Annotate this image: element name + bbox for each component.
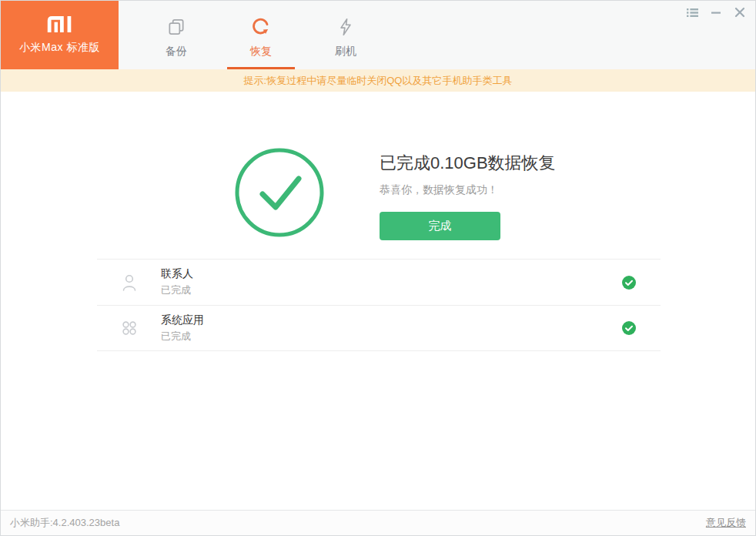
apps-grid-icon [120, 317, 139, 340]
tab-backup-label: 备份 [166, 45, 187, 59]
tab-flash[interactable]: 刷机 [303, 1, 388, 69]
list-item-text: 联系人 已完成 [161, 267, 622, 297]
notice-bar: 提示:恢复过程中请尽量临时关闭QQ以及其它手机助手类工具 [1, 69, 755, 92]
result-section: 已完成0.10GB数据恢复 恭喜你，数据恢复成功！ 完成 [1, 92, 755, 259]
minimize-icon[interactable] [710, 6, 722, 18]
restore-icon [251, 17, 271, 40]
tab-backup[interactable]: 备份 [134, 1, 219, 69]
item-name: 系统应用 [161, 313, 622, 327]
flash-lightning-icon [336, 17, 356, 40]
task-list-icon[interactable] [686, 6, 698, 18]
success-check-circle-icon [235, 148, 324, 240]
result-title: 已完成0.10GB数据恢复 [380, 152, 556, 175]
feedback-link[interactable]: 意见反馈 [706, 516, 746, 530]
restored-items-list: 联系人 已完成 系统应用 已完成 [97, 259, 661, 351]
result-text-block: 已完成0.10GB数据恢复 恭喜你，数据恢复成功！ 完成 [380, 152, 556, 240]
contact-person-icon [120, 271, 139, 294]
list-item-system-apps: 系统应用 已完成 [97, 305, 661, 351]
item-status: 已完成 [161, 330, 622, 343]
mi-logo-icon [47, 16, 73, 35]
app-window: 小米Max 标准版 备份 恢复 [0, 0, 756, 536]
tab-restore-label: 恢复 [250, 45, 272, 59]
check-badge-icon [622, 321, 636, 335]
close-icon[interactable] [734, 6, 746, 18]
footer: 小米助手:4.2.403.23beta 意见反馈 [1, 510, 755, 535]
app-version: 小米助手:4.2.403.23beta [10, 516, 119, 530]
tab-flash-label: 刷机 [335, 45, 356, 59]
backup-copy-icon [166, 17, 186, 40]
done-button[interactable]: 完成 [380, 212, 500, 240]
device-name: 小米Max 标准版 [19, 41, 100, 55]
item-name: 联系人 [161, 267, 622, 281]
result-subtitle: 恭喜你，数据恢复成功！ [380, 183, 556, 197]
item-status: 已完成 [161, 283, 622, 297]
brand-block: 小米Max 标准版 [1, 1, 119, 69]
header: 小米Max 标准版 备份 恢复 [1, 1, 755, 69]
list-item-contacts: 联系人 已完成 [97, 259, 661, 305]
tab-restore[interactable]: 恢复 [219, 1, 303, 69]
window-controls [686, 6, 746, 18]
check-badge-icon [622, 276, 636, 290]
list-item-text: 系统应用 已完成 [161, 313, 622, 343]
tab-bar: 备份 恢复 刷机 [134, 1, 388, 69]
